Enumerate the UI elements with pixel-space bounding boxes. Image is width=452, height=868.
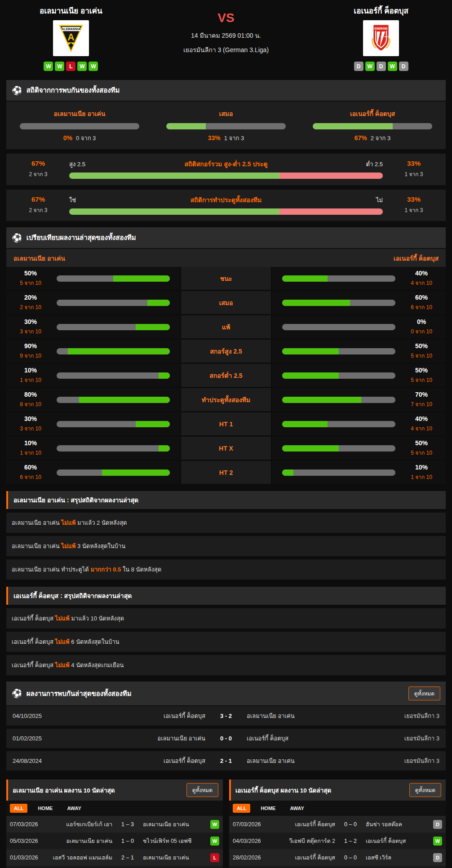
away-summary-rows: เอเนอร์กี้ ค็อตบุส ไม่แพ้ มาแล้ว 10 นัดห… — [0, 608, 452, 675]
soccer-ball-icon: ⚽ — [12, 234, 22, 242]
summary-row: อเลมานเนีย อาเค่น ไม่แพ้ มาแล้ว 2 นัดหลั… — [6, 513, 446, 533]
match-away-team: เอสซี เวิร์ล — [362, 853, 429, 862]
comparison-away-count: 4 จาก 10 — [407, 279, 436, 287]
form-badge-w: W — [44, 62, 53, 71]
match-date: 07/03/2026 — [10, 821, 49, 828]
comparison-row-label: HT 2 — [181, 461, 271, 484]
h2h-result-row: 01/02/2025อเลมานเนีย อาเค่น0 - 0เอเนอร์ก… — [6, 729, 446, 748]
split-left-pct: 67% — [13, 195, 63, 203]
form-table-view-all-button[interactable]: ดูทั้งหมด — [186, 783, 218, 797]
svg-text:A: A — [67, 32, 74, 43]
comparison-home-pct: 60%6 จาก 10 — [16, 464, 45, 481]
comparison-home-pct: 90%9 จาก 10 — [16, 342, 45, 360]
tab-away[interactable]: AWAY — [286, 804, 308, 813]
home-team-name: อเลมานเนีย อาเค่น — [40, 4, 102, 17]
alemannia-crest-icon: ALEMANNIA A — [54, 22, 88, 55]
split-middle: สูง 2.5สถิติสกอร์รวม สูง-ต่ำ 2.5 ประตูต่… — [63, 159, 389, 179]
comparison-row-label: สกอร์ต่ำ 2.5 — [181, 364, 271, 387]
comparison-away-pct-value: 0% — [407, 318, 436, 325]
split-right-stats: 33%1 จาก 3 — [389, 195, 439, 214]
h2h-win-column-label: เสมอ — [166, 109, 286, 119]
split-right-label: ต่ำ 2.5 — [329, 159, 383, 169]
comparison-home-count: 1 จาก 10 — [16, 448, 45, 457]
tab-all[interactable]: ALL — [10, 804, 27, 813]
h2h-league: เยอรมันลีกา 3 — [372, 756, 439, 766]
h2h-view-all-button[interactable]: ดูทั้งหมด — [408, 686, 440, 700]
comparison-away-cell: 40%4 จาก 10 — [272, 412, 446, 435]
comparison-home-pct: 10%1 จาก 10 — [16, 439, 45, 457]
tab-all[interactable]: ALL — [233, 804, 250, 813]
comparison-row-label: เสมอ — [181, 291, 271, 314]
comparison-home-bar-fill — [79, 397, 170, 403]
form-badge-d: D — [354, 62, 363, 71]
comparison-home-pct-value: 60% — [16, 464, 45, 471]
comparison-row: 50%5 จาก 10ชนะ40%4 จาก 10 — [6, 267, 446, 290]
comparison-away-pct: 60%6 จาก 10 — [407, 294, 436, 311]
comparison-home-name: อเลมานเนีย อาเค่น — [13, 253, 65, 263]
form-table-header: อเลมานเนีย อาเค่น ผลงาน 10 นัดล่าสุดดูทั… — [6, 779, 223, 801]
comparison-away-cell: 50%5 จาก 10 — [272, 340, 446, 363]
tab-home[interactable]: HOME — [257, 804, 279, 813]
comparison-home-cell: 30%3 จาก 10 — [6, 412, 180, 435]
comparison-home-bar-fill — [68, 348, 170, 354]
comparison-row: 80%8 จาก 10ทำประตูทั้งสองทีม70%7 จาก 10 — [6, 388, 446, 411]
comparison-away-count: 1 จาก 10 — [407, 473, 436, 481]
h2h-score: 0 - 0 — [210, 735, 242, 742]
comparison-row: 20%2 จาก 10เสมอ60%6 จาก 10 — [6, 291, 446, 314]
comparison-away-pct-value: 10% — [407, 464, 436, 471]
comparison-row-label: HT 1 — [181, 412, 271, 435]
split-bar-red — [279, 208, 383, 215]
split-left-count: 2 จาก 3 — [13, 170, 63, 178]
form-table-tabs: ALLHOMEAWAY — [6, 801, 223, 816]
comparison-row: 60%6 จาก 10HT 210%1 จาก 10 — [6, 461, 446, 484]
form-table-title: เอเนอร์กี้ ค็อตบุส ผลงาน 10 นัดล่าสุด — [235, 785, 331, 795]
split-bar — [69, 173, 383, 179]
comparison-home-cell: 60%6 จาก 10 — [6, 461, 180, 484]
form-table-rows: 07/03/2026เอเนอร์กี้ ค็อตบุส0 – 0ฮันช่า … — [229, 816, 446, 868]
form-match-row: 01/03/2026เอสวี วอลฮอฟ แมนเฮล์ม2 – 1อเลม… — [6, 849, 223, 866]
comparison-away-pct: 50%5 จาก 10 — [407, 367, 436, 384]
tab-away[interactable]: AWAY — [63, 804, 85, 813]
comparison-away-bar — [282, 372, 395, 379]
tab-home[interactable]: HOME — [34, 804, 57, 813]
h2h-score: 3 - 2 — [210, 713, 242, 719]
match-preview-page: อเลมานเนีย อาเค่น ALEMANNIA A WWLWW VS 1… — [0, 0, 452, 868]
comparison-home-count: 6 จาก 10 — [16, 473, 45, 481]
comparison-away-name: เอเนอร์กี้ ค็อตบุส — [394, 253, 439, 263]
comparison-away-cell: 50%5 จาก 10 — [272, 437, 446, 460]
match-date: 07/03/2026 — [233, 821, 272, 828]
comparison-away-bar — [282, 469, 395, 476]
comparison-home-pct-value: 80% — [16, 391, 45, 398]
comparison-home-bar — [57, 324, 170, 330]
form-badge-w: W — [388, 62, 397, 71]
comparison-home-bar — [57, 275, 170, 282]
section-h2h-results-header: ⚽ ผลงานการพบกันล่าสุดของทั้งสองทีม ดูทั้… — [6, 682, 446, 705]
svg-text:ALEMANNIA: ALEMANNIA — [62, 27, 80, 31]
form-table-view-all-button[interactable]: ดูทั้งหมด — [409, 783, 441, 797]
h2h-league: เยอรมันลีกา 3 — [372, 734, 439, 743]
comparison-home-bar — [57, 348, 170, 354]
comparison-home-pct-value: 10% — [16, 439, 45, 447]
form-tables: อเลมานเนีย อาเค่น ผลงาน 10 นัดล่าสุดดูทั… — [6, 779, 446, 868]
h2h-split-stat-panel: 67%2 จาก 3สูง 2.5สถิติสกอร์รวม สูง-ต่ำ 2… — [6, 154, 446, 185]
h2h-score: 2 - 1 — [210, 757, 242, 764]
h2h-win-column-stats: 67%2 จาก 3 — [313, 133, 432, 143]
match-datetime: 14 มีนาคม 2569 01:00 น. — [136, 31, 317, 40]
comparison-away-pct: 40%4 จาก 10 — [407, 270, 436, 287]
comparison-home-pct-value: 30% — [16, 318, 45, 325]
comparison-away-count: 5 จาก 10 — [407, 448, 436, 457]
svg-text:COTTBUS: COTTBUS — [380, 35, 389, 38]
comparison-away-cell: 70%7 จาก 10 — [272, 388, 446, 411]
match-home-team: เอเนอร์กี้ ค็อตบุส — [272, 820, 339, 829]
match-score: 0 – 0 — [339, 855, 362, 861]
comparison-home-count: 3 จาก 10 — [16, 327, 45, 336]
match-date: 05/03/2026 — [10, 838, 49, 844]
comparison-row-label: แพ้ — [181, 315, 271, 338]
home-team: อเลมานเนีย อาเค่น ALEMANNIA A WWLWW — [6, 4, 136, 71]
comparison-home-bar-fill — [147, 300, 170, 306]
comparison-home-pct-value: 90% — [16, 342, 45, 350]
split-left-label: สูง 2.5 — [69, 159, 123, 169]
energie-crest-icon: ENERGIE COTTBUS — [364, 22, 398, 55]
h2h-win-pct: 0% — [63, 134, 72, 142]
match-date: 01/03/2026 — [10, 855, 49, 861]
